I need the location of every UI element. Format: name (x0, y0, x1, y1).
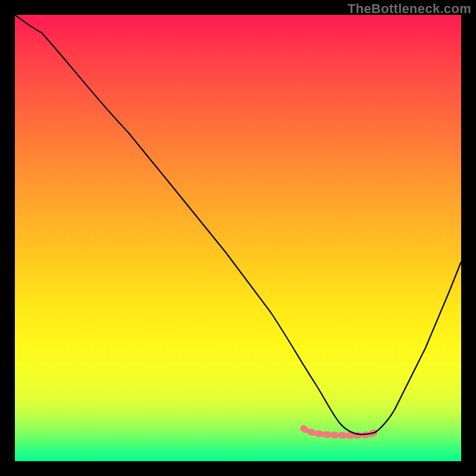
chart-frame: TheBottleneck.com (0, 0, 476, 476)
curve-layer (15, 15, 461, 461)
bottleneck-curve (15, 15, 461, 434)
plot-area (15, 15, 461, 461)
